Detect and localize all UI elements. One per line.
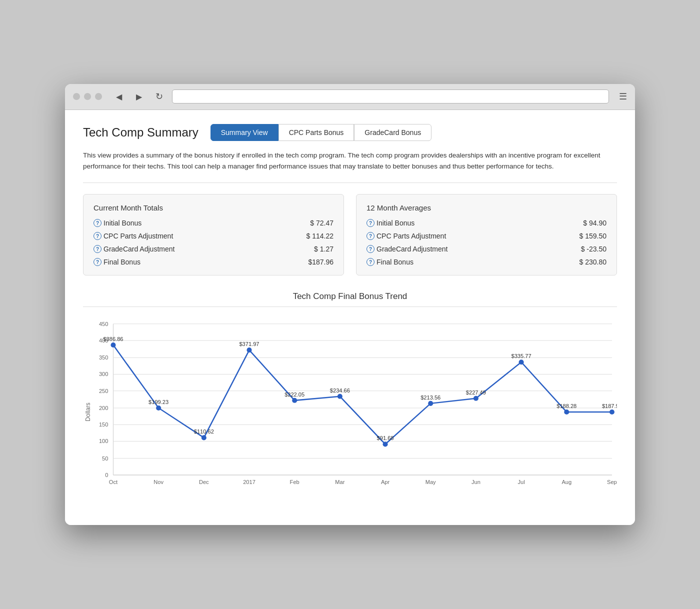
tab-cpc-parts-bonus[interactable]: CPC Parts Bonus: [278, 124, 354, 141]
x-label-jun: Jun: [472, 479, 480, 485]
data-point-mar: [338, 394, 342, 399]
x-label-may: May: [426, 479, 436, 485]
x-label-nov: Nov: [154, 479, 164, 485]
data-point-sep: [610, 410, 614, 414]
avg-initial-bonus-label: ? Initial Bonus: [366, 219, 414, 227]
data-point-nov: [156, 406, 161, 410]
tab-gradecard-bonus[interactable]: GradeCard Bonus: [354, 124, 432, 141]
label-nov: $199.23: [148, 399, 168, 405]
avg-gradecard-label: ? GradeCard Adjustment: [366, 245, 448, 253]
app-window: ◀ ▶ ↻ ☰ Tech Comp Summary Summary View C…: [65, 84, 635, 525]
x-label-mar: Mar: [335, 479, 344, 485]
current-initial-bonus-value: $ 72.47: [310, 219, 334, 227]
svg-text:450: 450: [99, 321, 108, 327]
cards-row: Current Month Totals ? Initial Bonus $ 7…: [83, 194, 617, 276]
data-point-feb: [292, 398, 297, 403]
label-dec: $110.62: [194, 428, 214, 434]
refresh-button[interactable]: ↻: [152, 90, 166, 104]
svg-text:250: 250: [99, 388, 108, 394]
data-point-aug: [564, 410, 569, 414]
line-chart: Dollars 0 50 100 150: [83, 317, 617, 507]
data-point-oct: [110, 342, 116, 348]
x-label-2017: 2017: [243, 479, 256, 485]
help-icon-avg-gradecard[interactable]: ?: [366, 245, 374, 253]
data-point-may: [428, 401, 433, 406]
current-month-title: Current Month Totals: [94, 204, 334, 212]
current-gradecard-row: ? GradeCard Adjustment $ 1.27: [94, 245, 334, 253]
x-label-aug: Aug: [562, 479, 572, 485]
x-label-dec: Dec: [199, 479, 209, 485]
data-point-jun: [474, 396, 478, 401]
data-point-apr: [382, 442, 388, 447]
twelve-month-card: 12 Month Averages ? Initial Bonus $ 94.9…: [356, 194, 617, 276]
svg-text:100: 100: [99, 438, 108, 444]
chart-divider: [83, 306, 617, 307]
forward-button[interactable]: ▶: [132, 90, 146, 104]
avg-final-bonus-label: ? Final Bonus: [366, 258, 414, 266]
help-icon-final[interactable]: ?: [94, 258, 102, 266]
avg-initial-bonus-value: $ 94.90: [583, 219, 606, 227]
current-gradecard-label: ? GradeCard Adjustment: [94, 245, 174, 253]
label-feb: $222.05: [284, 392, 304, 398]
minimize-button[interactable]: [84, 93, 91, 100]
chart-section: Tech Comp Final Bonus Trend Dollars 0 50: [83, 292, 617, 507]
label-oct: $386.86: [103, 336, 123, 342]
twelve-month-title: 12 Month Averages: [366, 204, 606, 212]
back-button[interactable]: ◀: [112, 90, 126, 104]
help-icon-avg-initial[interactable]: ?: [366, 219, 374, 227]
svg-text:50: 50: [102, 456, 108, 462]
current-initial-bonus-label: ? Initial Bonus: [94, 219, 142, 227]
traffic-lights: [73, 93, 102, 100]
label-mar: $234.66: [330, 388, 350, 394]
help-icon-cpc[interactable]: ?: [94, 232, 102, 240]
current-final-bonus-value: $187.96: [308, 258, 334, 266]
x-label-apr: Apr: [381, 479, 390, 485]
data-point-2017: [246, 348, 252, 352]
avg-cpc-value: $ 159.50: [580, 232, 607, 240]
close-button[interactable]: [73, 93, 80, 100]
address-bar[interactable]: [172, 90, 609, 104]
description-text: This view provides a summary of the bonu…: [83, 150, 617, 183]
page-header: Tech Comp Summary Summary View CPC Parts…: [83, 124, 617, 141]
current-initial-bonus-row: ? Initial Bonus $ 72.47: [94, 219, 334, 227]
avg-final-bonus-row: ? Final Bonus $ 230.80: [366, 258, 606, 266]
avg-gradecard-row: ? GradeCard Adjustment $ -23.50: [366, 245, 606, 253]
current-cpc-label: ? CPC Parts Adjustment: [94, 232, 173, 240]
label-sep: $187.96: [602, 403, 617, 409]
y-axis-label: Dollars: [84, 402, 92, 422]
help-icon-avg-cpc[interactable]: ?: [366, 232, 374, 240]
tab-group: Summary View CPC Parts Bonus GradeCard B…: [210, 124, 432, 141]
avg-final-bonus-value: $ 230.80: [580, 258, 607, 266]
svg-text:350: 350: [99, 354, 108, 360]
data-point-dec: [202, 435, 206, 440]
avg-gradecard-value: $ -23.50: [581, 245, 606, 253]
maximize-button[interactable]: [95, 93, 102, 100]
chart-container: Dollars 0 50 100 150: [83, 317, 617, 507]
current-gradecard-value: $ 1.27: [314, 245, 334, 253]
avg-initial-bonus-row: ? Initial Bonus $ 94.90: [366, 219, 606, 227]
x-label-oct: Oct: [109, 479, 118, 485]
help-icon-avg-final[interactable]: ?: [366, 258, 374, 266]
x-label-sep: Sep: [607, 479, 617, 485]
svg-text:200: 200: [99, 405, 108, 411]
label-may: $213.56: [420, 394, 440, 400]
avg-cpc-label: ? CPC Parts Adjustment: [366, 232, 446, 240]
avg-cpc-row: ? CPC Parts Adjustment $ 159.50: [366, 232, 606, 240]
current-final-bonus-label: ? Final Bonus: [94, 258, 140, 266]
current-final-bonus-row: ? Final Bonus $187.96: [94, 258, 334, 266]
label-jun: $227.49: [466, 390, 486, 396]
svg-text:0: 0: [105, 472, 108, 478]
current-cpc-row: ? CPC Parts Adjustment $ 114.22: [94, 232, 334, 240]
label-aug: $188.28: [556, 403, 576, 409]
tab-summary-view[interactable]: Summary View: [210, 124, 278, 141]
help-icon-initial[interactable]: ?: [94, 219, 102, 227]
help-icon-gradecard[interactable]: ?: [94, 245, 102, 253]
current-cpc-value: $ 114.22: [306, 232, 334, 240]
chart-line: [113, 345, 612, 444]
x-label-jul: Jul: [518, 479, 524, 485]
menu-icon[interactable]: ☰: [619, 91, 627, 102]
label-jul: $335.77: [512, 353, 532, 359]
titlebar: ◀ ▶ ↻ ☰: [65, 84, 635, 110]
page-title: Tech Comp Summary: [83, 126, 198, 140]
current-month-card: Current Month Totals ? Initial Bonus $ 7…: [83, 194, 344, 276]
